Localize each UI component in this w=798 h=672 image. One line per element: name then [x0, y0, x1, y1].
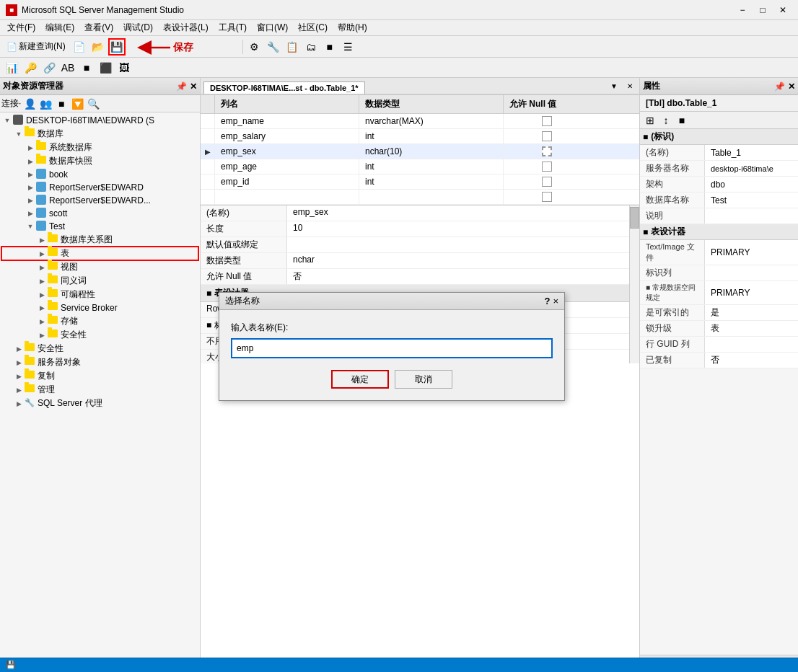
prop-close-icon[interactable]: ✕	[788, 81, 795, 92]
mgmt-expand-icon[interactable]: ▶	[13, 384, 25, 396]
tab-close-button[interactable]: ✕	[623, 79, 636, 92]
toolbar-btn-5[interactable]: ⚙	[246, 38, 263, 56]
dialog-help-icon[interactable]: ?	[544, 296, 550, 306]
table-row[interactable]: emp_age int	[201, 159, 639, 174]
menu-file[interactable]: 文件(F)	[3, 20, 40, 35]
prop-tb-btn1[interactable]: ⊞	[643, 113, 657, 128]
menu-tools[interactable]: 工具(T)	[214, 20, 251, 35]
toolbar-btn-10[interactable]: ☰	[340, 38, 357, 56]
cell-null-2[interactable]	[504, 129, 590, 143]
cell-type-1[interactable]: nvarchar(MAX)	[359, 114, 504, 128]
null-checkbox-6[interactable]	[542, 192, 552, 202]
cell-type-4[interactable]: int	[359, 159, 504, 174]
toolbar-btn-8[interactable]: 🗂	[302, 38, 320, 56]
oe-tb-btn2[interactable]: 👥	[38, 97, 53, 111]
tree-db-snapshot[interactable]: ▶ 数据库快照	[1, 154, 198, 168]
security-expand-icon[interactable]: ▶	[13, 343, 25, 355]
sec-sub-expand-icon[interactable]: ▶	[36, 330, 48, 341]
server-expand-icon[interactable]: ▼	[1, 115, 13, 126]
menu-debug[interactable]: 调试(D)	[119, 20, 157, 35]
book-expand-icon[interactable]: ▶	[25, 169, 36, 180]
null-checkbox-1[interactable]	[542, 116, 552, 126]
sysdb-expand-icon[interactable]: ▶	[25, 142, 36, 154]
tb2-btn4[interactable]: AB	[59, 59, 76, 76]
tree-storage[interactable]: ▶ 存储	[1, 314, 198, 328]
prop-section-expand-icon[interactable]: ■	[643, 132, 648, 142]
tree-service-broker[interactable]: ▶ Service Broker	[1, 301, 198, 314]
close-button[interactable]: ✕	[773, 3, 792, 17]
agent-expand-icon[interactable]: ▶	[13, 398, 25, 410]
maximize-button[interactable]: □	[753, 3, 772, 17]
toolbar-btn-6[interactable]: 🔧	[265, 38, 282, 56]
views-expand-icon[interactable]: ▶	[36, 262, 48, 273]
snapshot-expand-icon[interactable]: ▶	[25, 156, 36, 167]
table-row-empty[interactable]	[201, 190, 639, 205]
null-checkbox-3-dashed[interactable]	[542, 146, 552, 156]
cell-name-5[interactable]: emp_id	[215, 174, 359, 189]
menu-help[interactable]: 帮助(H)	[333, 20, 372, 35]
open-button[interactable]: 📂	[89, 38, 107, 56]
tb2-btn6[interactable]: ⬛	[97, 59, 114, 76]
prop-tb-btn3[interactable]: ■	[675, 113, 689, 128]
tb2-btn1[interactable]: 📊	[3, 59, 20, 76]
oe-close-icon[interactable]: ✕	[190, 81, 197, 92]
tree-test[interactable]: ▼ Test	[1, 220, 198, 233]
cell-null-1[interactable]	[504, 114, 590, 128]
tab-pin-button[interactable]: ▼	[608, 79, 621, 92]
tree-reportserver2[interactable]: ▶ ReportServer$EDWARD...	[1, 194, 198, 207]
oe-connect-label[interactable]: 连接·	[1, 97, 21, 110]
storage-expand-icon[interactable]: ▶	[36, 316, 48, 327]
table-designer-tab[interactable]: DESKTOP-I68TIMA\E...st - dbo.Table_1*	[203, 81, 365, 94]
oe-tb-btn3[interactable]: ■	[54, 97, 69, 111]
tree-security[interactable]: ▶ 安全性	[1, 342, 198, 355]
cell-name-2[interactable]: emp_salary	[215, 129, 359, 143]
dialog-close-icon[interactable]: ×	[553, 296, 558, 306]
cell-null-5[interactable]	[504, 174, 590, 189]
repl-expand-icon[interactable]: ▶	[13, 371, 25, 382]
tree-book[interactable]: ▶ book	[1, 168, 198, 181]
prog-expand-icon[interactable]: ▶	[36, 289, 48, 301]
tree-reportserver1[interactable]: ▶ ReportServer$EDWARD	[1, 181, 198, 194]
bp-section-expand-icon[interactable]: ■	[206, 288, 211, 299]
tree-sys-db[interactable]: ▶ 系统数据库	[1, 141, 198, 154]
table-row[interactable]: emp_name nvarchar(MAX)	[201, 114, 639, 129]
dialog-ok-button[interactable]: 确定	[331, 370, 389, 389]
tb2-btn7[interactable]: 🖼	[115, 59, 133, 76]
tree-security-sub[interactable]: ▶ 安全性	[1, 328, 198, 342]
prop-value-name[interactable]: Table_1	[705, 145, 798, 160]
oe-tb-btn1[interactable]: 👤	[22, 97, 37, 111]
table-row[interactable]: emp_salary int	[201, 129, 639, 144]
table-name-input[interactable]	[231, 338, 553, 358]
cell-type-3[interactable]: nchar(10)	[359, 144, 504, 159]
cell-null-4[interactable]	[504, 159, 590, 174]
table-row[interactable]: emp_id int	[201, 174, 639, 190]
tree-programmable[interactable]: ▶ 可编程性	[1, 288, 198, 301]
cell-type-2[interactable]: int	[359, 129, 504, 143]
tables-expand-icon[interactable]: ▶	[36, 248, 48, 260]
rs1-expand-icon[interactable]: ▶	[25, 182, 36, 193]
toolbar-btn-9[interactable]: ■	[321, 38, 338, 56]
tree-scott[interactable]: ▶ scott	[1, 207, 198, 220]
tb2-btn3[interactable]: 🔗	[40, 59, 58, 76]
null-checkbox-5[interactable]	[542, 177, 552, 187]
tree-views[interactable]: ▶ 视图	[1, 260, 198, 274]
tree-sql-agent[interactable]: ▶ 🔧 SQL Server 代理	[1, 397, 198, 410]
cell-null-3[interactable]	[504, 144, 590, 159]
test-expand-icon[interactable]: ▼	[25, 221, 36, 232]
tree-tables[interactable]: ▶ 表	[1, 247, 198, 260]
save-button[interactable]: 💾	[108, 38, 126, 56]
tree-server-objects[interactable]: ▶ 服务器对象	[1, 355, 198, 369]
cell-null-6[interactable]	[504, 190, 590, 204]
toolbar-btn-7[interactable]: 📋	[284, 38, 301, 56]
cell-type-5[interactable]: int	[359, 174, 504, 189]
cell-name-3[interactable]: emp_sex	[215, 144, 359, 159]
tree-server[interactable]: ▼ DESKTOP-I68TIMA\EDWARD (S	[1, 114, 198, 127]
menu-view[interactable]: 查看(V)	[80, 20, 118, 35]
cell-type-6[interactable]	[359, 190, 504, 204]
bottom-prop-scrollbar[interactable]	[629, 205, 639, 363]
rs2-expand-icon[interactable]: ▶	[25, 195, 36, 206]
minimize-button[interactable]: −	[733, 3, 752, 17]
scott-expand-icon[interactable]: ▶	[25, 208, 36, 219]
tree-management[interactable]: ▶ 管理	[1, 383, 198, 397]
prop-pin-icon[interactable]: 📌	[774, 81, 785, 92]
